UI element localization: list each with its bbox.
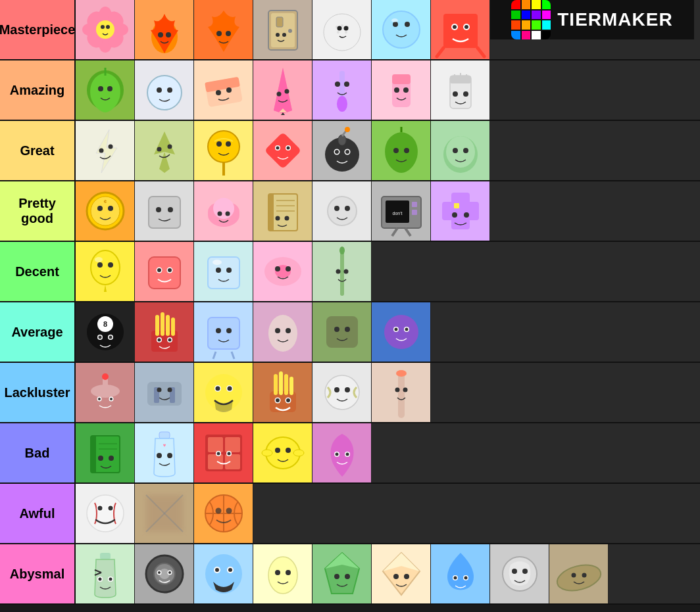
svg-point-33: [405, 22, 410, 27]
svg-point-39: [464, 25, 468, 29]
char-fries2[interactable]: [253, 363, 312, 422]
svg-rect-237: [208, 437, 223, 452]
svg-point-257: [97, 506, 102, 511]
tier-label-masterpiece: Masterpiece: [0, 0, 76, 59]
char-cake[interactable]: [76, 363, 135, 422]
char-lollipop[interactable]: [194, 121, 253, 180]
char-blur[interactable]: [135, 484, 194, 543]
char-door[interactable]: [253, 0, 312, 59]
svg-point-204: [167, 388, 172, 392]
svg-point-209: [227, 387, 232, 391]
char-tire[interactable]: [135, 544, 194, 603]
char-green-gem[interactable]: [312, 544, 372, 603]
char-pin2[interactable]: [312, 423, 372, 483]
char-pins[interactable]: [135, 121, 194, 180]
svg-line-179: [213, 352, 216, 359]
char-tennisball[interactable]: [312, 363, 372, 422]
svg-point-29: [337, 26, 341, 31]
char-icecube2[interactable]: [194, 302, 253, 362]
char-baseball[interactable]: [76, 484, 135, 543]
tier-list: Masterpiece: [0, 0, 700, 605]
svg-point-23: [324, 14, 361, 51]
svg-rect-108: [149, 197, 180, 228]
char-egg2[interactable]: [253, 544, 312, 603]
char-bottle2[interactable]: [76, 544, 135, 603]
char-purple-ball[interactable]: [372, 302, 431, 362]
char-marble[interactable]: [490, 544, 549, 603]
svg-point-279: [158, 571, 161, 574]
char-red-arrow[interactable]: [253, 121, 312, 180]
svg-point-19: [288, 29, 292, 33]
char-fanny[interactable]: [431, 60, 490, 120]
char-gelatin[interactable]: [431, 121, 490, 180]
char-icecube[interactable]: [194, 242, 253, 301]
char-bracelety[interactable]: [312, 302, 372, 362]
char-paintbrush2[interactable]: [372, 60, 431, 120]
char-diamond[interactable]: [372, 544, 431, 603]
char-flat[interactable]: [549, 544, 609, 603]
char-firey[interactable]: [135, 0, 194, 59]
char-yellowface[interactable]: [194, 363, 253, 422]
char-8ball[interactable]: 8: [76, 302, 135, 362]
char-purple-cross[interactable]: [431, 181, 490, 241]
char-book[interactable]: [253, 181, 312, 241]
svg-point-81: [216, 141, 222, 147]
char-gray-square[interactable]: [135, 181, 194, 241]
char-donut[interactable]: [253, 242, 312, 301]
svg-point-114: [213, 198, 234, 219]
char-stapy[interactable]: [135, 363, 194, 422]
char-blocky[interactable]: [431, 0, 490, 59]
char-fries-char[interactable]: [135, 302, 194, 362]
tier-row-amazing: Amazing: [0, 60, 700, 121]
char-basketball[interactable]: [194, 484, 253, 543]
char-bomby[interactable]: [312, 121, 372, 180]
char-bottle[interactable]: ♥: [135, 423, 194, 483]
char-golfball[interactable]: [312, 0, 372, 59]
char-cloudy[interactable]: [194, 181, 253, 241]
svg-point-217: [276, 398, 280, 402]
char-tv[interactable]: don't: [372, 181, 431, 241]
svg-rect-214: [289, 377, 293, 395]
char-snowball[interactable]: [135, 60, 194, 120]
svg-point-183: [286, 328, 291, 333]
char-teardrop[interactable]: [431, 544, 490, 603]
char-needle[interactable]: [312, 242, 372, 301]
svg-rect-35: [443, 14, 478, 48]
char-lightning[interactable]: [76, 121, 135, 180]
char-coiny[interactable]: ¢: [76, 181, 135, 241]
char-licky[interactable]: [372, 363, 431, 422]
svg-point-280: [168, 571, 171, 574]
char-eggy[interactable]: [253, 302, 312, 362]
char-book2[interactable]: [76, 423, 135, 483]
char-balloony[interactable]: [76, 242, 135, 301]
svg-point-16: [226, 31, 231, 36]
svg-rect-118: [268, 194, 274, 231]
svg-point-265: [215, 508, 221, 514]
tier-label-great: Great: [0, 121, 76, 180]
svg-marker-76: [159, 152, 170, 173]
tier-label-amazing: Amazing: [0, 60, 76, 120]
svg-point-45: [157, 87, 162, 93]
char-red-window[interactable]: [194, 423, 253, 483]
svg-point-199: [110, 398, 113, 400]
char-laughing[interactable]: [194, 544, 253, 603]
char-paintbrush[interactable]: [312, 60, 372, 120]
char-firey-jr[interactable]: [194, 0, 253, 59]
char-pencil[interactable]: [253, 60, 312, 120]
char-nickel[interactable]: [135, 242, 194, 301]
svg-point-286: [268, 557, 297, 594]
svg-point-299: [453, 577, 457, 580]
char-eraser[interactable]: [194, 60, 253, 120]
char-bubble[interactable]: [372, 0, 431, 59]
svg-point-141: [108, 262, 113, 268]
svg-rect-176: [208, 318, 239, 349]
char-flower[interactable]: [76, 0, 135, 59]
svg-point-147: [168, 268, 172, 272]
char-bell[interactable]: [312, 181, 372, 241]
svg-point-109: [156, 207, 161, 212]
char-lemon[interactable]: [253, 423, 312, 483]
svg-point-220: [334, 387, 339, 392]
svg-point-291: [334, 574, 339, 579]
char-leafy[interactable]: [76, 60, 135, 120]
char-leafy2[interactable]: [372, 121, 431, 180]
